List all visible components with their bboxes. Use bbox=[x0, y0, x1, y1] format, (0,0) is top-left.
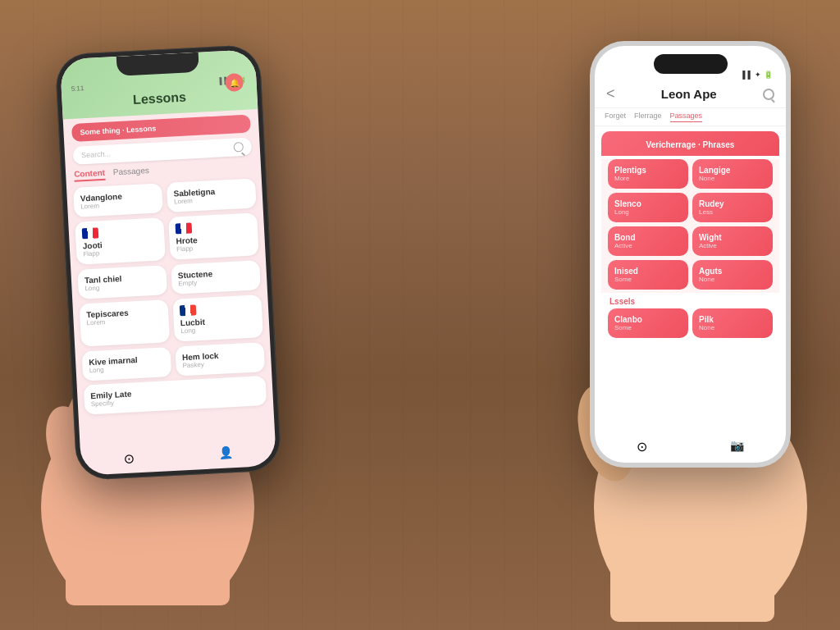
lesson-card[interactable]: Tanl chiel Long bbox=[77, 265, 167, 299]
flag-icon-fr bbox=[176, 222, 193, 234]
right-tabs: Forget Flerrage Passages bbox=[595, 108, 786, 126]
lesson-card[interactable]: Kive imarnal Long bbox=[82, 347, 172, 381]
lesson-card[interactable]: Jooti Flapp bbox=[75, 217, 166, 265]
lesson-card[interactable]: Hrote Flapp bbox=[168, 212, 259, 260]
section1-label: Vericherrage · Phrases bbox=[601, 131, 779, 156]
svg-rect-15 bbox=[610, 532, 774, 622]
search-placeholder-left: Search... bbox=[81, 144, 234, 160]
home-nav-icon-right[interactable]: ⊙ bbox=[637, 439, 647, 454]
left-phone: 5:11 ▌▌ ✦ 🔋 Lessons 🔔 Some thing · Lesso… bbox=[55, 44, 282, 481]
home-nav-icon[interactable]: ⊙ bbox=[123, 451, 135, 468]
right-card[interactable]: Slenco Long bbox=[608, 193, 688, 222]
right-status-icons: ▌▌ ✦ 🔋 bbox=[742, 71, 773, 79]
left-status-time: 5:11 bbox=[71, 84, 84, 93]
lesson-card[interactable]: Hem lock Paskey bbox=[175, 342, 265, 377]
flag-icon-fr2 bbox=[180, 304, 197, 316]
lesson-card[interactable]: Stuctene Empty bbox=[171, 260, 261, 294]
left-banner[interactable]: Some thing · Lessons bbox=[71, 115, 251, 142]
lessons-grid: Vdanglone Lorem Sabletigna Lorem Jooti F… bbox=[66, 174, 272, 386]
left-bottom-nav: ⊙ 👤 bbox=[80, 443, 276, 468]
right-title: Leon Ape bbox=[615, 87, 763, 101]
tab-content[interactable]: Content bbox=[74, 168, 106, 182]
right-card[interactable]: Rudey Less bbox=[692, 193, 773, 222]
tab-forget[interactable]: Forget bbox=[605, 112, 626, 122]
lesson-card[interactable]: Sabletigna Lorem bbox=[167, 178, 257, 212]
right-card[interactable]: Aguts None bbox=[692, 260, 773, 290]
section1-grid: Plentigs More Langige None Slenco Long R… bbox=[601, 159, 779, 293]
right-screen: ▌▌ ✦ 🔋 < Leon Ape Forget Flerrage Passag… bbox=[595, 46, 786, 463]
scene: 5:11 ▌▌ ✦ 🔋 Lessons 🔔 Some thing · Lesso… bbox=[0, 0, 840, 630]
flag-icon-fr bbox=[82, 227, 99, 239]
section2-grid: Clanbo Some Pilk None bbox=[601, 308, 779, 341]
back-button[interactable]: < bbox=[606, 85, 615, 103]
lesson-card[interactable]: Lucbit Long bbox=[172, 294, 263, 342]
right-card-section2[interactable]: Clanbo Some bbox=[608, 308, 688, 338]
right-card-section2[interactable]: Pilk None bbox=[692, 308, 773, 338]
camera-nav-icon[interactable]: 📷 bbox=[730, 439, 744, 454]
lesson-card[interactable]: Tepiscares Lorem bbox=[80, 299, 171, 347]
right-header: < Leon Ape bbox=[595, 82, 786, 108]
right-dynamic-island bbox=[654, 54, 728, 74]
profile-nav-icon[interactable]: 👤 bbox=[219, 445, 234, 462]
right-bottom-nav: ⊙ 📷 bbox=[595, 439, 786, 454]
section2-label: Lssels bbox=[595, 293, 786, 308]
tab-passages-left[interactable]: Passages bbox=[113, 166, 150, 180]
tab-passages-right[interactable]: Passages bbox=[670, 112, 703, 122]
right-card[interactable]: Inised Some bbox=[608, 260, 688, 290]
right-card[interactable]: Plentigs More bbox=[608, 159, 688, 189]
right-card[interactable]: Langige None bbox=[692, 159, 773, 189]
search-icon-left bbox=[233, 142, 244, 153]
right-card-wight[interactable]: Wight Active bbox=[692, 226, 773, 256]
right-card[interactable]: Bond Active bbox=[608, 226, 688, 256]
right-phone: ▌▌ ✦ 🔋 < Leon Ape Forget Flerrage Passag… bbox=[590, 41, 791, 468]
lesson-card[interactable]: Vdanglone Lorem bbox=[73, 183, 163, 217]
tab-flerrage[interactable]: Flerrage bbox=[634, 112, 662, 122]
search-icon-right[interactable] bbox=[763, 89, 774, 100]
svg-rect-7 bbox=[66, 507, 230, 605]
